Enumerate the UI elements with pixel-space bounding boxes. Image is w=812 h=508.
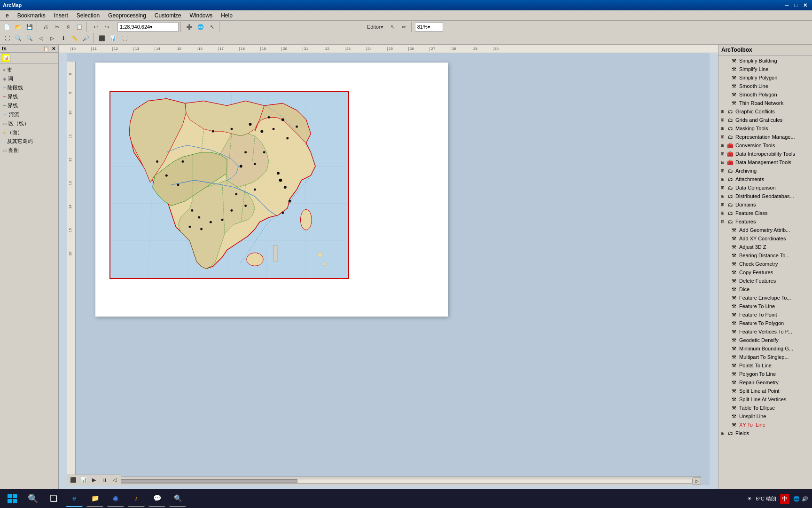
tool-feature-to-line[interactable]: ⚒ Feature To Line (718, 302, 812, 310)
panel-close[interactable]: ✕ (51, 46, 56, 51)
tb-zoom-next[interactable]: ▷ (47, 33, 57, 43)
tb-nav-left[interactable]: ◁ (110, 476, 119, 484)
tool-split-line-at-vertices[interactable]: ⚒ Split Line At Vertices (718, 395, 812, 404)
tb-identify[interactable]: ℹ (58, 33, 69, 43)
taskbar-search[interactable]: 🔍 (24, 490, 41, 507)
tool-grids-graticules[interactable]: ⊞ 🗂 Grids and Graticules (718, 116, 812, 124)
menu-geoprocessing[interactable]: Geoprocessing (104, 11, 150, 20)
tool-check-geometry[interactable]: ⚒ Check Geometry (718, 260, 812, 268)
tool-repair-geometry[interactable]: ⚒ Repair Geometry (718, 378, 812, 387)
taskbar-task-view[interactable]: ❑ (45, 490, 62, 507)
menu-selection[interactable]: Selection (73, 11, 103, 20)
tb-zoom-prev[interactable]: ◁ (36, 33, 46, 43)
tool-simplify-building[interactable]: ⚒ Simplify Building (718, 56, 812, 65)
tool-bearing-distance-to[interactable]: ⚒ Bearing Distance To... (718, 251, 812, 260)
tb-arrow[interactable]: ↖ (388, 22, 398, 32)
tb-layout[interactable]: ⬛ (97, 33, 107, 43)
tool-data-interoperability[interactable]: ⊞ 🧰 Data Interoperability Tools (718, 150, 812, 158)
tool-representation-manage[interactable]: ⊞ 🗂 Representation Manage... (718, 133, 812, 141)
panel-btn-1[interactable]: 📋 (42, 46, 50, 51)
taskbar-explorer[interactable]: 📁 (86, 490, 103, 507)
tool-split-line-at-point[interactable]: ⚒ Split Line at Point (718, 387, 812, 395)
scroll-thumb-h[interactable] (115, 479, 297, 483)
tool-delete-features[interactable]: ⚒ Delete Features (718, 277, 812, 285)
map-canvas[interactable]: 8 9 10 11 12 13 14 (67, 53, 710, 485)
tb-pause[interactable]: ⏸ (100, 476, 109, 484)
tb-paste[interactable]: 📋 (74, 22, 85, 32)
tool-minimum-bounding-g[interactable]: ⚒ Minimum Bounding G... (718, 344, 812, 353)
tool-feature-to-polygon[interactable]: ⚒ Feature To Polygon (718, 319, 812, 327)
tb-pencil[interactable]: ✏ (399, 22, 409, 32)
tool-archiving[interactable]: ⊞ 🗂 Archiving (718, 167, 812, 175)
tb-select[interactable]: ↖ (207, 22, 217, 32)
layer-river[interactable]: ～ 河流 (1, 110, 57, 119)
tool-smooth-line[interactable]: ⚒ Smooth Line (718, 82, 812, 90)
close-btn[interactable]: ✕ (801, 2, 809, 8)
scroll-track-h[interactable] (84, 479, 693, 484)
tb-cut[interactable]: ✂ (52, 22, 62, 32)
menu-windows[interactable]: Windows (186, 11, 217, 20)
tb-data[interactable]: 📊 (108, 33, 118, 43)
tb-open[interactable]: 📂 (13, 22, 23, 32)
tool-add-xy-coordinates[interactable]: ⚒ Add XY Coordinates (718, 234, 812, 243)
layer-query[interactable]: ◆ 词 (1, 74, 57, 83)
tool-add-geometry-attrib[interactable]: ⚒ Add Geometry Attrib... (718, 226, 812, 234)
layer-region-line[interactable]: ▭ 区（线） (1, 119, 57, 128)
tb-save[interactable]: 💾 (24, 22, 35, 32)
tb-print[interactable]: 🖨 (40, 22, 51, 32)
tb-find[interactable]: 🔎 (81, 33, 91, 43)
tool-polygon-to-line[interactable]: ⚒ Polygon To Line (718, 370, 812, 378)
tb-editor[interactable]: Editor▾ (364, 22, 387, 32)
tool-unsplit-line[interactable]: ⚒ Unsplit Line (718, 412, 812, 421)
tb-copy[interactable]: ⎘ (63, 22, 73, 32)
tool-masking-tools[interactable]: ⊞ 🗂 Masking Tools (718, 124, 812, 133)
taskbar-search-app[interactable]: 🔍 (169, 490, 186, 507)
tb-play[interactable]: ▶ (90, 476, 98, 484)
menu-customize[interactable]: Customize (151, 11, 185, 20)
tool-simplify-line[interactable]: ⚒ Simplify Line (718, 65, 812, 73)
tool-feature-to-point[interactable]: ⚒ Feature To Point (718, 310, 812, 319)
tb-zoom-full[interactable]: 🌐 (195, 22, 206, 32)
tb-new[interactable]: 📄 (2, 22, 12, 32)
tb-data-view[interactable]: 📊 (79, 476, 88, 484)
tool-feature-envelope-to[interactable]: ⚒ Feature Envelope To... (718, 294, 812, 302)
tb-add-data[interactable]: ➕ (184, 22, 195, 32)
tool-conversion-tools[interactable]: ⊞ 🧰 Conversion Tools (718, 141, 812, 150)
layer-border1[interactable]: ─ 界线 (1, 92, 57, 101)
tb-layout-view[interactable]: ⬛ (69, 476, 78, 484)
tb-redo[interactable]: ↪ (102, 22, 112, 32)
layer-coast-other[interactable]: ■ 及其它岛屿 (1, 137, 57, 146)
menu-bookmarks[interactable]: Bookmarks (14, 11, 49, 20)
tb-full[interactable]: ⛶ (119, 33, 130, 43)
menu-file[interactable]: e (2, 11, 13, 20)
tool-data-management-tools[interactable]: ⊟ 🧰 Data Management Tools (718, 158, 812, 167)
tool-fields[interactable]: ⊞ 🗂 Fields (718, 429, 812, 437)
layer-diagram[interactable]: ▭ 图图 (1, 146, 57, 155)
tb-zoom-out[interactable]: 🔍 (24, 33, 35, 43)
tool-graphic-conflicts[interactable]: ⊞ 🗂 Graphic Conflicts (718, 107, 812, 116)
menu-insert[interactable]: Insert (50, 11, 72, 20)
layer-highlighted[interactable]: 📊 (2, 54, 10, 62)
tb-zoom-in[interactable]: 🔍 (13, 33, 23, 43)
layer-city[interactable]: ● 市 (1, 65, 57, 74)
zoom-box[interactable]: 81% ▾ (415, 22, 443, 32)
tb-measure[interactable]: 📏 (70, 33, 80, 43)
taskbar-chrome[interactable]: ◉ (107, 490, 124, 507)
tool-copy-features[interactable]: ⚒ Copy Features (718, 268, 812, 277)
tb-undo[interactable]: ↩ (90, 22, 101, 32)
minimize-btn[interactable]: ─ (783, 2, 791, 8)
tool-smooth-polygon[interactable]: ⚒ Smooth Polygon (718, 90, 812, 99)
tool-adjust-3d-z[interactable]: ⚒ Adjust 3D Z (718, 243, 812, 251)
tool-distributed-geodatabases[interactable]: ⊞ 🗂 Distributed Geodatabas... (718, 192, 812, 200)
taskbar-start[interactable] (4, 490, 21, 507)
tool-table-to-ellipse[interactable]: ⚒ Table To Ellipse (718, 404, 812, 412)
tool-geodetic-densify[interactable]: ⚒ Geodetic Densify (718, 336, 812, 344)
tool-points-to-line[interactable]: ⚒ Points To Line (718, 361, 812, 370)
layer-border2[interactable]: ─ 界线 (1, 101, 57, 110)
tool-xy-to-line[interactable]: ⚒ XY To Line (718, 421, 812, 429)
tool-feature-vertices-to-p[interactable]: ⚒ Feature Vertices To P... (718, 327, 812, 336)
tool-domains[interactable]: ⊞ 🗂 Domains (718, 200, 812, 209)
tool-feature-class[interactable]: ⊞ 🗂 Feature Class (718, 209, 812, 217)
tool-simplify-polygon[interactable]: ⚒ Simplify Polygon (718, 73, 812, 82)
layer-coastline[interactable]: ─ 陆段线 (1, 83, 57, 92)
